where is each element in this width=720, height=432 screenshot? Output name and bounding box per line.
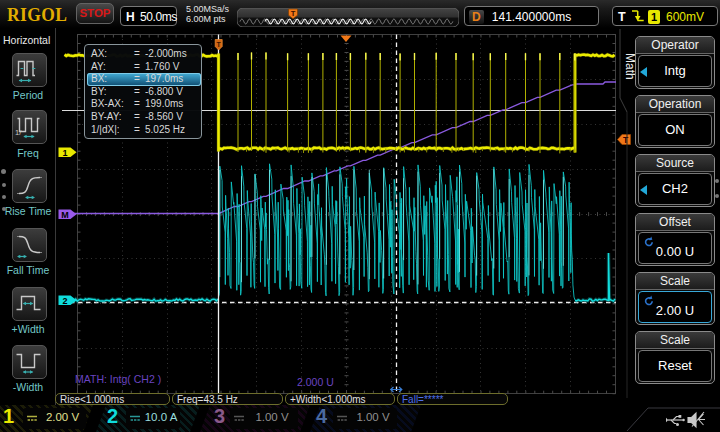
svg-text:2.000 U: 2.000 U (297, 376, 334, 388)
svg-text:T: T (217, 41, 222, 48)
svg-text:1/: 1/ (15, 128, 22, 137)
svg-text:1: 1 (62, 148, 67, 158)
svg-text:T: T (291, 9, 296, 18)
svg-text:MATH: Intg( CH2 ): MATH: Intg( CH2 ) (75, 373, 161, 385)
svg-text:2: 2 (62, 296, 67, 306)
svg-text:M: M (61, 210, 69, 220)
